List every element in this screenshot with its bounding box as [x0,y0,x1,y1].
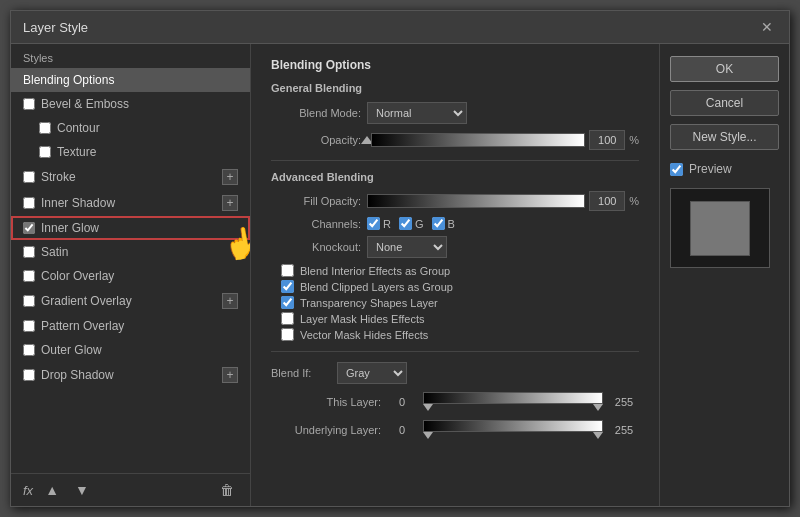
sidebar-item-stroke[interactable]: Stroke + [11,164,250,190]
sidebar-item-pattern-overlay[interactable]: Pattern Overlay [11,314,250,338]
preview-checkbox-row: Preview [670,162,779,176]
sidebar-item-color-overlay[interactable]: Color Overlay [11,264,250,288]
sidebar-item-satin[interactable]: Satin [11,240,250,264]
texture-label: Texture [57,145,96,159]
this-layer-row: This Layer: 0 255 [271,392,639,412]
this-layer-handle-left[interactable] [423,404,433,411]
drop-shadow-label: Drop Shadow [41,368,114,382]
outer-glow-check[interactable] [23,344,35,356]
styles-label: Styles [11,44,250,68]
underlying-slider [423,420,603,440]
fill-opacity-label: Fill Opacity: [271,195,361,207]
blending-options-title: Blending Options [271,58,639,72]
blend-if-select[interactable]: Gray Red Green Blue [337,362,407,384]
bevel-emboss-label: Bevel & Emboss [41,97,129,111]
cancel-button[interactable]: Cancel [670,90,779,116]
move-down-button[interactable]: ▼ [71,480,93,500]
channels-row: Channels: R G B [271,217,639,230]
delete-button[interactable]: 🗑 [216,480,238,500]
sidebar-item-inner-glow[interactable]: Inner Glow 👆 [11,216,250,240]
sidebar-item-inner-shadow[interactable]: Inner Shadow + [11,190,250,216]
contour-check[interactable] [39,122,51,134]
channel-g-check[interactable] [399,217,412,230]
sidebar-item-blending-options[interactable]: Blending Options [11,68,250,92]
fill-opacity-input[interactable] [589,191,625,211]
preview-box [670,188,770,268]
channel-r-check[interactable] [367,217,380,230]
this-layer-gradient-bar[interactable] [423,392,603,404]
channel-g-text: G [415,218,424,230]
color-overlay-label: Color Overlay [41,269,114,283]
this-layer-handle-right[interactable] [593,404,603,411]
drop-shadow-check[interactable] [23,369,35,381]
opacity-slider-container: % [367,130,639,150]
drop-shadow-plus-button[interactable]: + [222,367,238,383]
dialog-title: Layer Style [23,20,88,35]
blend-mode-label: Blend Mode: [271,107,361,119]
transparency-shapes-row: Transparency Shapes Layer [281,296,639,309]
underlying-handle-left[interactable] [423,432,433,439]
transparency-shapes-label: Transparency Shapes Layer [300,297,438,309]
left-panel: Styles Blending Options Bevel & Emboss C… [11,44,251,506]
texture-check[interactable] [39,146,51,158]
underlying-handle-right[interactable] [593,432,603,439]
vector-mask-hides-check[interactable] [281,328,294,341]
blending-options-label: Blending Options [23,73,114,87]
layer-style-dialog: Layer Style ✕ Styles Blending Options Be… [10,10,790,507]
close-button[interactable]: ✕ [757,19,777,35]
inner-shadow-plus-button[interactable]: + [222,195,238,211]
pattern-overlay-label: Pattern Overlay [41,319,124,333]
sidebar-item-gradient-overlay[interactable]: Gradient Overlay + [11,288,250,314]
blend-if-label: Blend If: [271,367,331,379]
move-up-button[interactable]: ▲ [41,480,63,500]
preview-label: Preview [689,162,732,176]
fill-opacity-track[interactable] [367,194,585,208]
stroke-check[interactable] [23,171,35,183]
sidebar-item-drop-shadow[interactable]: Drop Shadow + [11,362,250,388]
new-style-button[interactable]: New Style... [670,124,779,150]
pattern-overlay-check[interactable] [23,320,35,332]
sidebar-item-texture[interactable]: Texture [11,140,250,164]
general-blending-subtitle: General Blending [271,82,639,94]
this-layer-min: 0 [387,396,417,408]
bevel-emboss-check[interactable] [23,98,35,110]
stroke-plus-button[interactable]: + [222,169,238,185]
blend-clipped-label: Blend Clipped Layers as Group [300,281,453,293]
inner-shadow-check[interactable] [23,197,35,209]
sidebar-item-contour[interactable]: Contour [11,116,250,140]
transparency-shapes-check[interactable] [281,296,294,309]
fill-opacity-row: Fill Opacity: % [271,191,639,211]
title-bar: Layer Style ✕ [11,11,789,44]
blend-clipped-check[interactable] [281,280,294,293]
sidebar-item-outer-glow[interactable]: Outer Glow [11,338,250,362]
underlying-gradient-bar[interactable] [423,420,603,432]
outer-glow-label: Outer Glow [41,343,102,357]
vector-mask-hides-row: Vector Mask Hides Effects [281,328,639,341]
blend-mode-row: Blend Mode: Normal Dissolve Multiply Scr… [271,102,639,124]
underlying-handles [423,432,603,440]
dialog-body: Styles Blending Options Bevel & Emboss C… [11,44,789,506]
sidebar-item-bevel-emboss[interactable]: Bevel & Emboss [11,92,250,116]
gradient-overlay-check[interactable] [23,295,35,307]
underlying-max: 255 [609,424,639,436]
blend-interior-check[interactable] [281,264,294,277]
preview-check[interactable] [670,163,683,176]
this-layer-max: 255 [609,396,639,408]
inner-glow-check[interactable] [23,222,35,234]
opacity-slider-track[interactable] [371,133,585,147]
inner-glow-label: Inner Glow [41,221,99,235]
channel-b-check[interactable] [432,217,445,230]
blend-interior-row: Blend Interior Effects as Group [281,264,639,277]
ok-button[interactable]: OK [670,56,779,82]
blend-interior-label: Blend Interior Effects as Group [300,265,450,277]
center-panel: Blending Options General Blending Blend … [251,44,659,506]
color-overlay-check[interactable] [23,270,35,282]
knockout-select[interactable]: None Shallow Deep [367,236,447,258]
this-layer-handles [423,404,603,412]
contour-label: Contour [57,121,100,135]
layer-mask-hides-check[interactable] [281,312,294,325]
gradient-overlay-plus-button[interactable]: + [222,293,238,309]
satin-check[interactable] [23,246,35,258]
opacity-input[interactable] [589,130,625,150]
blend-mode-select[interactable]: Normal Dissolve Multiply Screen Overlay [367,102,467,124]
